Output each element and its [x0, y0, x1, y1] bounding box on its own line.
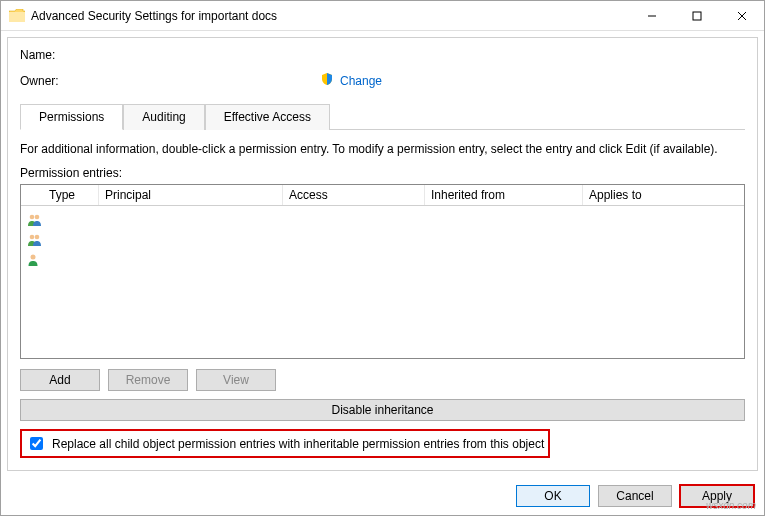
folder-icon [9, 9, 25, 22]
svg-point-5 [30, 215, 35, 220]
users-icon [23, 213, 45, 227]
info-text: For additional information, double-click… [20, 142, 745, 156]
close-button[interactable] [719, 1, 764, 30]
ok-button[interactable]: OK [516, 485, 590, 507]
replace-checkbox-row: Replace all child object permission entr… [20, 429, 550, 458]
col-icon[interactable] [21, 185, 43, 205]
change-link-text: Change [340, 74, 382, 88]
disable-inheritance-row: Disable inheritance [20, 399, 745, 421]
window-controls [629, 1, 764, 30]
svg-point-9 [31, 255, 36, 260]
svg-rect-0 [9, 12, 25, 22]
replace-checkbox-label: Replace all child object permission entr… [52, 437, 544, 451]
entries-label: Permission entries: [20, 166, 745, 180]
maximize-button[interactable] [674, 1, 719, 30]
svg-point-8 [35, 235, 40, 240]
table-row[interactable] [23, 230, 742, 250]
svg-rect-2 [693, 12, 701, 20]
table-row[interactable] [23, 250, 742, 270]
users-icon [23, 233, 45, 247]
window-title: Advanced Security Settings for important… [31, 9, 629, 23]
tab-strip: Permissions Auditing Effective Access [20, 103, 745, 130]
svg-point-7 [30, 235, 35, 240]
content-panel: Name: Owner: Change Permissions Auditing… [7, 37, 758, 471]
add-button[interactable]: Add [20, 369, 100, 391]
name-label: Name: [20, 48, 320, 62]
tab-auditing[interactable]: Auditing [123, 104, 204, 130]
table-row[interactable] [23, 210, 742, 230]
permissions-table: Type Principal Access Inherited from App… [20, 184, 745, 359]
table-header: Type Principal Access Inherited from App… [21, 185, 744, 206]
minimize-button[interactable] [629, 1, 674, 30]
svg-point-6 [35, 215, 40, 220]
tab-effective-access[interactable]: Effective Access [205, 104, 330, 130]
disable-inheritance-button[interactable]: Disable inheritance [20, 399, 745, 421]
col-applies[interactable]: Applies to [583, 185, 744, 205]
titlebar: Advanced Security Settings for important… [1, 1, 764, 31]
owner-label: Owner: [20, 74, 320, 88]
view-button[interactable]: View [196, 369, 276, 391]
replace-checkbox[interactable] [30, 437, 43, 450]
cancel-button[interactable]: Cancel [598, 485, 672, 507]
change-owner-link[interactable]: Change [320, 72, 382, 89]
shield-icon [320, 72, 334, 89]
col-type[interactable]: Type [43, 185, 99, 205]
apply-button[interactable]: Apply [680, 485, 754, 507]
user-icon [23, 253, 45, 267]
col-access[interactable]: Access [283, 185, 425, 205]
window: Advanced Security Settings for important… [0, 0, 765, 516]
remove-button[interactable]: Remove [108, 369, 188, 391]
col-inherited[interactable]: Inherited from [425, 185, 583, 205]
name-row: Name: [20, 48, 745, 62]
col-principal[interactable]: Principal [99, 185, 283, 205]
tab-permissions[interactable]: Permissions [20, 104, 123, 130]
table-body [21, 206, 744, 358]
dialog-footer: OK Cancel Apply [1, 477, 764, 515]
owner-row: Owner: Change [20, 72, 745, 89]
entry-buttons: Add Remove View [20, 369, 745, 391]
